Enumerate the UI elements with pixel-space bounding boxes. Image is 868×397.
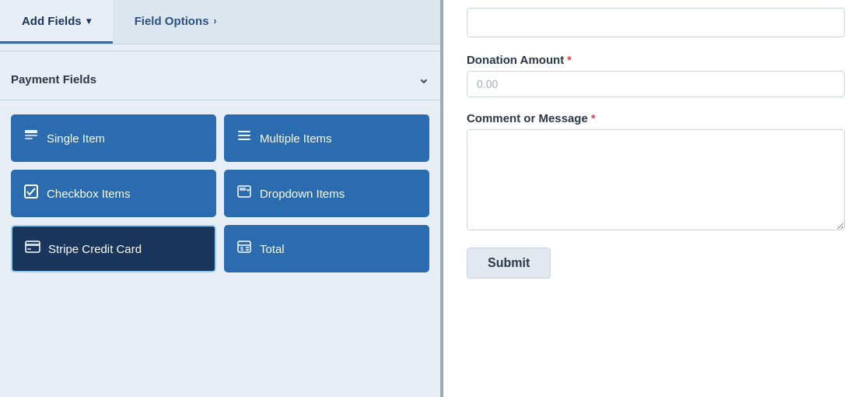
multiple-items-button[interactable]: Multiple Items [224,114,429,162]
donation-required-star: * [567,54,571,66]
donation-amount-label: Donation Amount * [467,53,845,66]
payment-fields-header[interactable]: Payment Fields ⌄ [0,58,440,93]
tab-bar: Add Fields ▾ Field Options › [0,0,440,44]
single-item-icon [23,128,39,148]
comment-textarea[interactable] [467,129,845,230]
payment-fields-chevron: ⌄ [418,70,429,87]
comment-group: Comment or Message * [467,111,845,234]
tab-field-options[interactable]: Field Options › [113,0,239,44]
svg-rect-0 [25,130,37,133]
checkbox-items-button[interactable]: Checkbox Items [11,170,216,217]
comment-label: Comment or Message * [467,111,845,125]
multiple-items-icon [236,128,252,148]
dropdown-items-button[interactable]: Dropdown Items [224,170,429,217]
right-panel: Donation Amount * Comment or Message * S… [443,0,868,397]
total-icon: $ [236,239,252,258]
field-options-chevron: › [214,16,217,26]
single-item-label: Single Item [47,132,105,145]
tab-add-fields[interactable]: Add Fields ▾ [0,0,113,44]
top-text-input[interactable] [467,8,845,37]
svg-rect-7 [25,185,37,198]
multiple-items-label: Multiple Items [260,132,332,145]
svg-rect-3 [238,131,250,132]
svg-rect-11 [26,244,40,246]
form-area: Donation Amount * Comment or Message * S… [443,45,868,294]
dropdown-items-label: Dropdown Items [260,187,345,200]
svg-rect-10 [26,241,40,252]
divider-below-header [0,100,440,100]
comment-required-star: * [591,112,595,125]
svg-rect-2 [25,138,33,139]
svg-rect-12 [27,248,31,250]
donation-amount-group: Donation Amount * [467,53,845,97]
submit-button[interactable]: Submit [467,248,551,279]
checkbox-items-icon [23,184,39,203]
fields-grid: Single Item Multiple Items [0,107,440,283]
svg-rect-4 [238,135,250,136]
total-label: Total [260,242,285,255]
single-item-button[interactable]: Single Item [11,114,216,162]
stripe-credit-card-label: Stripe Credit Card [48,242,142,255]
top-input-area [443,0,868,45]
add-fields-label: Add Fields [22,14,82,27]
svg-rect-5 [238,139,250,140]
stripe-credit-card-button[interactable]: Stripe Credit Card [11,225,216,272]
left-panel: Add Fields ▾ Field Options › Payment Fie… [0,0,443,397]
donation-amount-input[interactable] [467,71,845,97]
add-fields-chevron: ▾ [86,16,91,26]
total-button[interactable]: $ Total [224,225,429,272]
checkbox-items-label: Checkbox Items [47,187,131,200]
stripe-credit-card-icon [25,241,40,257]
divider-top [0,51,440,51]
svg-rect-1 [25,135,37,136]
field-options-label: Field Options [135,14,209,27]
dropdown-items-icon [236,184,252,203]
svg-text:$: $ [240,246,243,252]
payment-fields-title: Payment Fields [11,72,96,86]
svg-rect-9 [240,188,246,191]
